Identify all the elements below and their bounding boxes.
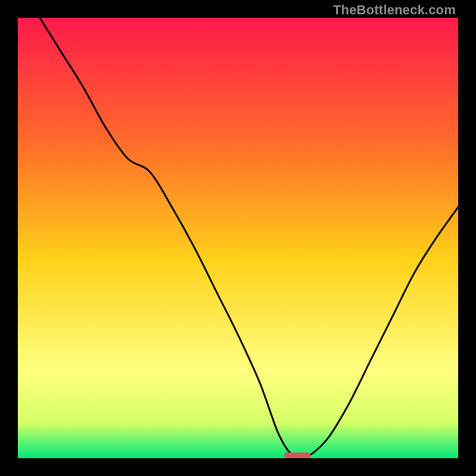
optimal-marker — [284, 452, 311, 458]
watermark-text: TheBottleneck.com — [333, 2, 456, 18]
gradient-background — [18, 18, 458, 458]
bottleneck-chart — [18, 18, 458, 458]
chart-frame — [18, 18, 458, 458]
